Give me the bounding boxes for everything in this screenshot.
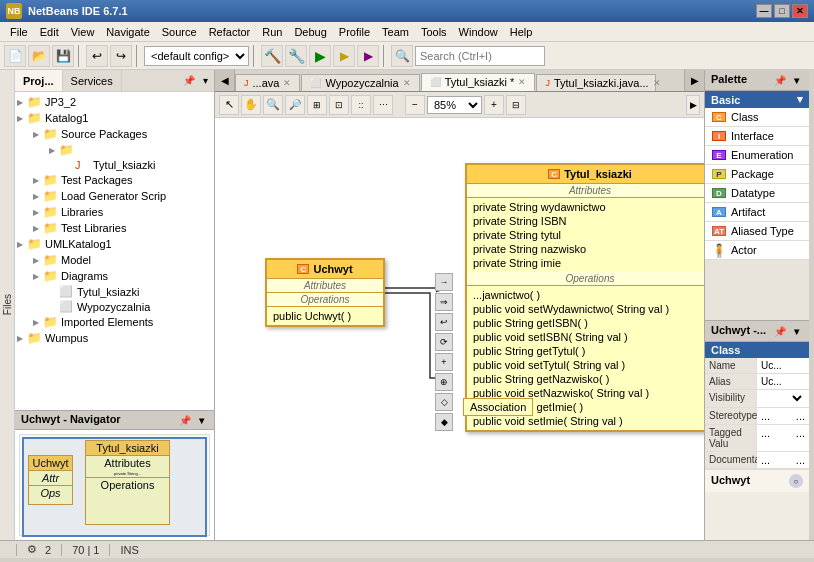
profile-button[interactable]: ▶ [357,45,379,67]
menu-help[interactable]: Help [504,24,539,40]
tree-item-6[interactable]: ▶📁Load Generator Scrip [17,188,212,204]
more-tool[interactable]: ⋯ [373,95,393,115]
tree-item-15[interactable]: ▶📁Wumpus [17,330,212,346]
tree-item-12[interactable]: ⬜Tytul_ksiazki [17,284,212,299]
tagged-browse-icon[interactable]: ... [796,427,805,439]
panel-pin-icon[interactable]: 📌 [182,74,196,88]
connector-btn-3[interactable]: ↩ [435,313,453,331]
canvas[interactable]: → ⇒ ↩ ⟳ + ⊕ ◇ ◆ C Uchwyt Attributes Oper… [215,118,704,540]
menu-source[interactable]: Source [156,24,203,40]
menu-navigate[interactable]: Navigate [100,24,155,40]
palette-enum-item[interactable]: E Enumeration [705,146,809,165]
menu-edit[interactable]: Edit [34,24,65,40]
menu-file[interactable]: File [4,24,34,40]
services-tab[interactable]: Services [63,70,122,91]
canvas-zoom-fit[interactable]: ⊟ [506,95,526,115]
tree-item-7[interactable]: ▶📁Libraries [17,204,212,220]
prop-visibility-value[interactable] [757,390,809,407]
tab-tytul-close[interactable]: ✕ [518,77,526,87]
tree-item-11[interactable]: ▶📁Diagrams [17,268,212,284]
menu-run[interactable]: Run [256,24,288,40]
zoom-increase-button[interactable]: + [484,95,504,115]
minimize-button[interactable]: — [756,4,772,18]
grid-tool[interactable]: :: [351,95,371,115]
maximize-button[interactable]: □ [774,4,790,18]
tree-item-10[interactable]: ▶📁Model [17,252,212,268]
tree-item-3[interactable]: ▶📁 [17,142,212,158]
debug-button[interactable]: ▶ [333,45,355,67]
zoom-decrease-button[interactable]: − [405,95,425,115]
open-project-button[interactable]: 📂 [28,45,50,67]
prop-tagged-value[interactable]: ... ... [757,425,809,451]
tree-item-14[interactable]: ▶📁Imported Elements [17,314,212,330]
connector-btn-5[interactable]: + [435,353,453,371]
menu-tools[interactable]: Tools [415,24,453,40]
scroll-left-icon[interactable]: ◀ [215,69,235,91]
redo-button[interactable]: ↪ [110,45,132,67]
tree-item-4[interactable]: JTytul_ksiazki [17,158,212,172]
new-project-button[interactable]: 📄 [4,45,26,67]
tab-tytul-java[interactable]: J Tytul_ksiazki.java... ✕ [536,74,656,91]
uchwyt-class[interactable]: C Uchwyt Attributes Operations public Uc… [265,258,385,327]
tab-tytul-java-close[interactable]: ✕ [653,78,661,88]
tree-item-9[interactable]: ▶📁UMLKatalog1 [17,236,212,252]
props-pin-icon[interactable]: 📌 [773,324,787,338]
tree-item-2[interactable]: ▶📁Source Packages [17,126,212,142]
tab-tytul[interactable]: ⬜ Tytul_ksiazki * ✕ [421,73,536,91]
zoom-out-tool[interactable]: 🔎 [285,95,305,115]
zoom-dropdown[interactable]: 85% 50% 75% 100% 150% [427,96,482,114]
config-dropdown[interactable]: <default config> [144,46,249,66]
menu-team[interactable]: Team [376,24,415,40]
tree-item-13[interactable]: ⬜Wypozyczalnia [17,299,212,314]
save-button[interactable]: 💾 [52,45,74,67]
undo-button[interactable]: ↩ [86,45,108,67]
nav-menu-icon[interactable]: ▾ [194,413,208,427]
close-button[interactable]: ✕ [792,4,808,18]
tab-java[interactable]: J ...ava ✕ [235,74,300,91]
files-tab[interactable]: Files [0,70,15,540]
pan-tool[interactable]: ✋ [241,95,261,115]
menu-profile[interactable]: Profile [333,24,376,40]
canvas-right-scroll[interactable]: ▶ [686,95,700,115]
connector-btn-8[interactable]: ◆ [435,413,453,431]
tree-item-1[interactable]: ▶📁Katalog1 [17,110,212,126]
palette-class-item[interactable]: C Class [705,108,809,127]
nav-pin-icon[interactable]: 📌 [178,413,192,427]
palette-datatype-item[interactable]: D Datatype [705,184,809,203]
palette-interface-item[interactable]: I Interface [705,127,809,146]
prop-doc-value[interactable]: ... ... [757,452,809,468]
palette-pin-icon[interactable]: 📌 [773,73,787,87]
scroll-right-icon[interactable]: ▶ [684,69,704,91]
tab-java-close[interactable]: ✕ [283,78,291,88]
palette-artifact-item[interactable]: A Artifact [705,203,809,222]
build-button[interactable]: 🔨 [261,45,283,67]
menu-debug[interactable]: Debug [288,24,332,40]
connector-btn-4[interactable]: ⟳ [435,333,453,351]
stereo-browse-icon[interactable]: ... [796,410,805,422]
tree-item-0[interactable]: ▶📁JP3_2 [17,94,212,110]
prop-alias-value[interactable]: Uc... [757,374,809,389]
project-tree[interactable]: ▶📁JP3_2▶📁Katalog1 ▶📁Source Packages ▶📁 J… [15,92,214,410]
fit-page-tool[interactable]: ⊡ [329,95,349,115]
select-tool[interactable]: ↖ [219,95,239,115]
props-menu-icon[interactable]: ▾ [789,324,803,338]
tytul-class[interactable]: C Tytul_ksiazki Attributes private Strin… [465,163,704,432]
tab-wypoz-close[interactable]: ✕ [403,78,411,88]
palette-aliased-item[interactable]: AT Aliased Type [705,222,809,241]
palette-basic-section[interactable]: Basic ▾ [705,91,809,108]
connector-btn-6[interactable]: ⊕ [435,373,453,391]
visibility-select[interactable] [761,392,805,405]
connector-btn-7[interactable]: ◇ [435,393,453,411]
clean-build-button[interactable]: 🔧 [285,45,307,67]
palette-menu-icon[interactable]: ▾ [789,73,803,87]
palette-package-item[interactable]: P Package [705,165,809,184]
palette-actor-item[interactable]: 🧍 Actor [705,241,809,260]
projects-tab[interactable]: Proj... [15,70,63,91]
menu-view[interactable]: View [65,24,101,40]
connector-btn-2[interactable]: ⇒ [435,293,453,311]
tab-wypozyczalnia[interactable]: ⬜ Wypozyczalnia ✕ [301,74,419,91]
zoom-in-tool[interactable]: 🔍 [263,95,283,115]
menu-window[interactable]: Window [453,24,504,40]
fit-tool[interactable]: ⊞ [307,95,327,115]
tree-item-8[interactable]: ▶📁Test Libraries [17,220,212,236]
